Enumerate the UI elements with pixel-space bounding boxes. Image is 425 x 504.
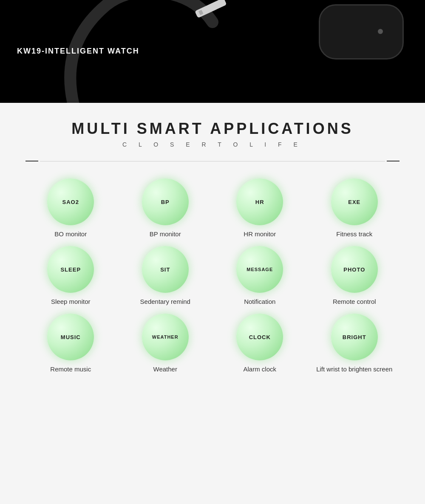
feature-circle-photo: PHOTO [331,246,378,293]
feature-circle-message: MESSAGE [236,246,283,293]
features-row-1: SAO2 BO monitor BP BP monitor HR HR moni… [8,178,416,238]
feature-desc-music: Remote music [50,365,91,373]
feature-desc-bright: Lift wrist to brighten screen [316,365,392,373]
hero-section: KW19-INTELLIGENT WATCH [0,0,425,103]
feature-label-music: MUSIC [61,334,81,340]
feature-sleep: SLEEP Sleep monitor [26,246,116,305]
feature-desc-hr: HR monitor [244,230,276,238]
feature-music: MUSIC Remote music [26,314,116,373]
feature-exe: EXE Fitness track [309,178,400,238]
feature-circle-bright: BRIGHT [331,314,378,360]
watch-body-right [319,4,404,59]
features-row-3: MUSIC Remote music WEATHER Weather CLOCK… [8,314,416,373]
feature-label-bright: BRIGHT [343,334,366,340]
hero-title: KW19-INTELLIGENT WATCH [17,47,139,56]
feature-label-bp: BP [161,199,170,205]
feature-circle-sit: SIT [142,246,189,293]
feature-sao2: SAO2 BO monitor [26,178,116,238]
feature-circle-sleep: SLEEP [47,246,94,293]
section-subtitle: C L O S E R T O L I F E [8,141,416,148]
feature-label-weather: WEATHER [152,334,178,340]
feature-circle-music: MUSIC [47,314,94,360]
divider-right-bar [387,161,400,161]
feature-circle-bp: BP [142,178,189,225]
feature-circle-exe: EXE [331,178,378,225]
feature-label-clock: CLOCK [249,334,271,340]
feature-circle-weather: WEATHER [142,314,189,360]
divider [26,161,400,161]
feature-label-hr: HR [255,199,264,205]
feature-label-sleep: SLEEP [60,266,81,273]
feature-label-photo: PHOTO [343,266,365,273]
feature-label-message: MESSAGE [246,267,273,272]
feature-desc-sleep: Sleep monitor [51,298,91,305]
feature-circle-hr: HR [236,178,283,225]
feature-desc-photo: Remote control [333,298,376,305]
feature-photo: PHOTO Remote control [309,246,400,305]
divider-line [40,161,385,161]
feature-label-exe: EXE [348,199,360,205]
feature-desc-weather: Weather [153,365,177,373]
feature-desc-sit: Sedentary remind [140,298,190,305]
feature-message: MESSAGE Notification [215,246,305,305]
feature-circle-sao2: SAO2 [47,178,94,225]
feature-bp: BP BP monitor [120,178,211,238]
divider-left-bar [26,161,38,161]
feature-desc-message: Notification [244,298,275,305]
feature-hr: HR HR monitor [215,178,305,238]
section-title: MULTI SMART APPLICATIONS [8,120,416,138]
feature-sit: SIT Sedentary remind [120,246,211,305]
features-row-2: SLEEP Sleep monitor SIT Sedentary remind… [8,246,416,305]
feature-label-sao2: SAO2 [62,199,79,205]
feature-desc-sao2: BO monitor [54,230,87,238]
feature-weather: WEATHER Weather [120,314,211,373]
feature-label-sit: SIT [160,266,170,273]
feature-clock: CLOCK Alarm clock [215,314,305,373]
feature-desc-bp: BP monitor [150,230,181,238]
main-content: MULTI SMART APPLICATIONS C L O S E R T O… [0,103,425,407]
feature-desc-exe: Fitness track [336,230,372,238]
watch-button [378,29,383,34]
feature-circle-clock: CLOCK [236,314,283,360]
feature-bright: BRIGHT Lift wrist to brighten screen [309,314,400,373]
feature-desc-clock: Alarm clock [243,365,276,373]
